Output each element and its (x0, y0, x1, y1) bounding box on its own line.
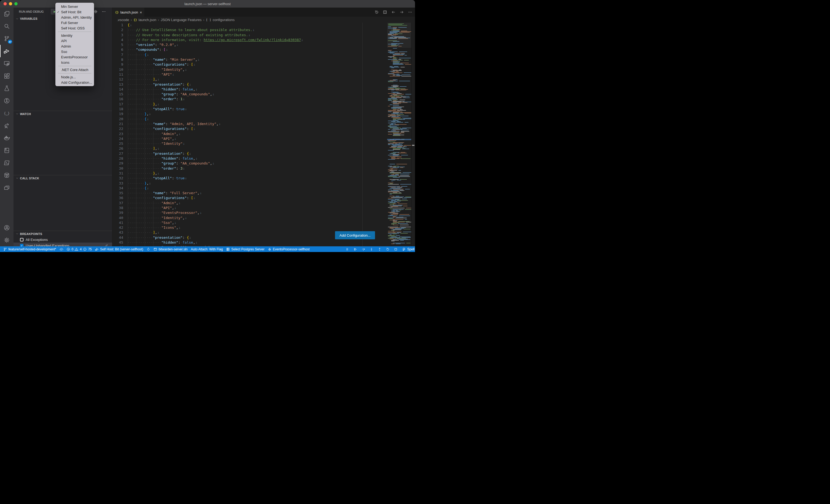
section-call-stack[interactable]: CALL STACK (13, 175, 112, 181)
menu-item[interactable]: ✓Self Host: Bit (55, 9, 94, 14)
code-line[interactable]: 33········},↓ (113, 181, 415, 186)
status-continue[interactable] (351, 246, 359, 252)
menu-item[interactable]: Sso (55, 49, 94, 54)
code-line[interactable]: 8············"name":·"Min·Server",↓ (113, 57, 415, 62)
nav-back-button[interactable] (391, 10, 395, 14)
menu-item[interactable]: Min Server (55, 4, 94, 9)
breadcrumb-vscode[interactable]: .vscode (117, 18, 129, 22)
code-line[interactable]: 12············],↓ (113, 77, 415, 82)
source-control-button[interactable]: 47 (0, 32, 13, 45)
breakpoint-user-unhandled[interactable]: ✓ User-Unhandled Exceptions (13, 242, 112, 246)
code-line[interactable]: 30················"order":·3↓ (113, 166, 415, 171)
status-debug-start[interactable]: Self Host: Bit (server-selfhost) (94, 246, 145, 252)
split-editor-button[interactable] (383, 10, 387, 14)
powershell-button[interactable] (0, 157, 13, 169)
configure-gear-icon[interactable] (94, 9, 98, 14)
code-line[interactable]: 24················"API",↓ (113, 136, 415, 141)
menu-item[interactable]: Self Host: OSS (55, 25, 94, 31)
code-line[interactable]: 26············],↓ (113, 146, 415, 151)
status-bug[interactable]: EventsProcessor-selfhost (266, 246, 311, 252)
status-step-over[interactable] (359, 246, 368, 252)
code-line[interactable]: 27············"presentation":·{↓ (113, 151, 415, 156)
code-line[interactable]: 28················"hidden":·false,↓ (113, 156, 415, 161)
close-window-button[interactable] (3, 2, 7, 5)
window-layers-button[interactable] (0, 181, 13, 194)
code-line[interactable]: 41················"Sso",↓ (113, 221, 415, 225)
storage-button[interactable] (0, 144, 13, 157)
code-line[interactable]: 1{↓ (113, 23, 415, 28)
code-line[interactable]: 25················"Identity"↓ (113, 141, 415, 146)
settings-gear-button[interactable] (0, 234, 13, 246)
code-line[interactable]: 15················"group":·"AA_compounds… (113, 92, 415, 97)
status-restart[interactable] (384, 246, 392, 252)
code-line[interactable]: 16················"order":·1↓ (113, 97, 415, 102)
code-line[interactable]: 14················"hidden":·false,↓ (113, 87, 415, 92)
code-line[interactable]: 20········{↓ (113, 117, 415, 122)
minimap[interactable] (387, 23, 411, 246)
menu-item[interactable]: Full Server (55, 20, 94, 25)
section-watch[interactable]: WATCH (13, 111, 112, 117)
breadcrumb-configurations[interactable]: configurations (213, 18, 234, 22)
code-line[interactable]: 36············"configurations":·[↓ (113, 196, 415, 200)
status-solution[interactable]: bitwarden-server.sln (152, 246, 189, 252)
menu-item[interactable]: Node.js... (55, 74, 94, 80)
breakpoint-all-exceptions[interactable]: All Exceptions (13, 237, 112, 242)
checkbox-unchecked[interactable] (20, 238, 24, 241)
code-line[interactable]: 19········},↓ (113, 111, 415, 116)
menu-item[interactable]: Admin (55, 43, 94, 49)
braces-extension-button[interactable]: {‿} (0, 107, 13, 120)
overview-ruler[interactable] (411, 23, 415, 246)
sidebar-more-actions-icon[interactable] (102, 9, 106, 14)
code-line[interactable]: 23················"Admin",↓ (113, 132, 415, 136)
remote-explorer-button[interactable] (0, 57, 13, 70)
breadcrumb-launch-json[interactable]: launch.json (138, 18, 156, 22)
nav-forward-button[interactable] (400, 10, 404, 14)
code-line[interactable]: 11················"API"↓ (113, 72, 415, 77)
menu-item[interactable]: .NET Core Attach (55, 67, 94, 72)
code-line[interactable]: 40················"Identity",↓ (113, 215, 415, 221)
section-breakpoints[interactable]: BREAKPOINTS (13, 231, 112, 237)
code-line[interactable]: 29················"group":·"AA_compounds… (113, 161, 415, 166)
code-line[interactable]: 42················"Icons",↓ (113, 225, 415, 230)
explorer-button[interactable] (0, 7, 13, 20)
status-database[interactable]: Select Postgres Server (225, 246, 266, 252)
code-line[interactable]: 39················"EventsProcessor",↓ (113, 210, 415, 215)
status-step-into[interactable] (368, 246, 376, 252)
code-line[interactable]: 17············},↓ (113, 102, 415, 107)
menu-item[interactable]: Add Configuration... (55, 80, 94, 85)
minimize-window-button[interactable] (9, 2, 12, 5)
code-line[interactable]: 32············"stopAll":·true↓ (113, 176, 415, 181)
code-editor[interactable]: 1{↓2····//·Use·IntelliSense·to·learn·abo… (113, 23, 415, 246)
run-and-debug-button[interactable] (0, 45, 13, 57)
tab-launch-json[interactable]: {} launch.json × (113, 7, 144, 17)
breadcrumb-json-language-features[interactable]: JSON Language Features (161, 18, 201, 22)
code-line[interactable]: 5····"version":·"0.2.0",↓ (113, 42, 415, 47)
menu-item[interactable]: Admin, API, Identity (55, 14, 94, 20)
status-stop[interactable] (392, 246, 400, 252)
code-line[interactable]: 18············"stopAll":·true↓ (113, 107, 415, 111)
code-line[interactable]: 7········{↓ (113, 53, 415, 57)
edit-pencil-icon[interactable] (104, 244, 108, 246)
search-button[interactable] (0, 20, 13, 32)
code-line[interactable]: 4····//·For·more·information,·visit:·htt… (113, 38, 415, 42)
code-line[interactable]: 22············"configurations":·[↓ (113, 126, 415, 131)
menu-item[interactable]: EventsProcessor (55, 54, 94, 60)
status-step-out[interactable] (376, 246, 384, 252)
menu-item[interactable]: Icons (55, 60, 94, 65)
accounts-button[interactable] (0, 222, 13, 234)
code-line[interactable]: 34········{↓ (113, 186, 415, 191)
more-actions-button[interactable] (408, 10, 412, 14)
code-line[interactable]: 10················"Identity",↓ (113, 67, 415, 72)
code-line[interactable]: 37················"Admin",↓ (113, 201, 415, 206)
code-line[interactable]: 3····//·Hover·to·view·descriptions·of·ex… (113, 33, 415, 38)
add-configuration-button[interactable]: Add Configuration... (335, 231, 375, 239)
code-line[interactable]: 2····//·Use·IntelliSense·to·learn·about·… (113, 28, 415, 32)
code-line[interactable]: 21············"name":·"Admin,·API,·Ident… (113, 122, 415, 126)
status-pause[interactable] (343, 246, 351, 252)
status-cloud-upload[interactable] (58, 246, 65, 252)
code-line[interactable]: 38················"API",↓ (113, 206, 415, 210)
close-tab-icon[interactable]: × (140, 10, 142, 14)
docker-button[interactable] (0, 132, 13, 144)
checkbox-checked[interactable]: ✓ (20, 244, 24, 246)
postgresql-button[interactable] (0, 169, 13, 181)
